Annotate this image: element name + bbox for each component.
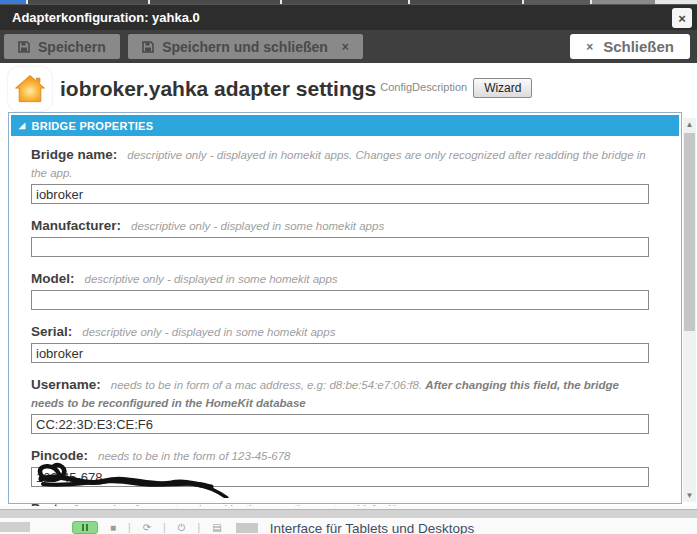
dialog-titlebar: Adapterkonfiguration: yahka.0 × xyxy=(0,4,697,30)
field-label: Username: xyxy=(31,377,101,392)
field-hint: needs to be in form of a mac address, e.… xyxy=(31,379,619,409)
close-icon: × xyxy=(342,40,349,54)
section-title: BRIDGE PROPERTIES xyxy=(31,120,153,132)
field-label: Pincode: xyxy=(31,448,88,463)
separator: | xyxy=(128,522,131,533)
pincode-input[interactable] xyxy=(31,467,649,487)
bridge-name-input[interactable] xyxy=(31,184,649,204)
save-button[interactable]: Speichern xyxy=(4,34,120,59)
background-divider xyxy=(0,509,697,518)
field-hint: needs to be in the form of 123-45-678 xyxy=(98,450,290,462)
refresh-icon: ⟳ xyxy=(143,522,151,533)
close-icon[interactable]: × xyxy=(672,8,692,28)
wizard-button[interactable]: Wizard xyxy=(473,78,532,98)
scroll-down-icon[interactable]: ▼ xyxy=(683,489,696,502)
bridge-properties-section-header[interactable]: ◢ BRIDGE PROPERTIES xyxy=(11,115,679,136)
dialog-title: Adapterkonfiguration: yahka.0 xyxy=(0,10,200,25)
close-icon: × xyxy=(586,40,593,54)
config-description-label: ConfigDescription xyxy=(380,81,467,93)
model-field: Model:descriptive only - displayed in so… xyxy=(31,269,649,310)
field-hint: descriptive only - displayed in some hom… xyxy=(85,273,338,285)
pincode-field: Pincode:needs to be in the form of 123-4… xyxy=(31,446,649,487)
settings-header: iobroker.yahka adapter settings ConfigDe… xyxy=(0,63,697,111)
save-and-close-button[interactable]: Speichern und schließen × xyxy=(128,34,363,59)
field-hint: descriptive only - displayed in some hom… xyxy=(82,326,335,338)
separator: | xyxy=(163,522,166,533)
field-label: Manufacturer: xyxy=(31,218,121,233)
separator: | xyxy=(198,522,201,533)
model-input[interactable] xyxy=(31,290,649,310)
floppy-icon xyxy=(142,41,154,53)
background-block xyxy=(0,522,30,532)
background-block xyxy=(236,523,258,533)
close-dialog-button[interactable]: × Schließen xyxy=(570,34,690,59)
background-adapter-description: Interface für Tablets und Desktops xyxy=(270,521,475,534)
save-and-close-button-label: Speichern und schließen xyxy=(162,39,328,55)
floppy-icon xyxy=(18,41,30,53)
scrollbar-thumb[interactable] xyxy=(684,133,695,331)
page-title: iobroker.yahka adapter settings xyxy=(60,77,376,101)
power-icon: ⏻ xyxy=(178,522,186,534)
field-label: Serial: xyxy=(31,324,72,339)
field-label: Model: xyxy=(31,271,75,286)
yahka-home-icon xyxy=(8,67,52,111)
field-hint: descriptive only - displayed in some hom… xyxy=(131,220,384,232)
bridge-name-field: Bridge name:descriptive only - displayed… xyxy=(31,145,649,204)
dialog-toolbar: Speichern Speichern und schließen × × Sc… xyxy=(0,30,697,63)
field-hint: descriptive only - displayed in homekit … xyxy=(31,149,646,179)
image-icon: ▤ xyxy=(212,522,221,533)
pause-icon xyxy=(72,521,98,534)
manufacturer-field: Manufacturer:descriptive only - displaye… xyxy=(31,216,649,257)
close-dialog-button-label: Schließen xyxy=(603,38,674,55)
serial-input[interactable] xyxy=(31,343,649,363)
bridge-properties-panel: ◢ BRIDGE PROPERTIES Bridge name:descript… xyxy=(8,112,682,504)
background-page-bottom: ■ | ⟳ | ⏻ | ▤ Interface für Tablets und … xyxy=(0,506,697,534)
fields-container: Bridge name:descriptive only - displayed… xyxy=(9,138,681,534)
username-field: Username:needs to be in form of a mac ad… xyxy=(31,375,649,434)
username-input[interactable] xyxy=(31,414,649,434)
background-adapter-row: ■ | ⟳ | ⏻ | ▤ Interface für Tablets und … xyxy=(0,518,697,534)
scroll-up-icon[interactable]: ▲ xyxy=(683,118,696,131)
stop-icon: ■ xyxy=(110,522,116,533)
scrollbar[interactable]: ▲ ▼ xyxy=(683,118,696,502)
collapse-icon: ◢ xyxy=(19,121,25,130)
serial-field: Serial:descriptive only - displayed in s… xyxy=(31,322,649,363)
manufacturer-input[interactable] xyxy=(31,237,649,257)
adapter-settings-content: iobroker.yahka adapter settings ConfigDe… xyxy=(0,63,697,506)
save-button-label: Speichern xyxy=(38,39,106,55)
field-label: Bridge name: xyxy=(31,147,117,162)
